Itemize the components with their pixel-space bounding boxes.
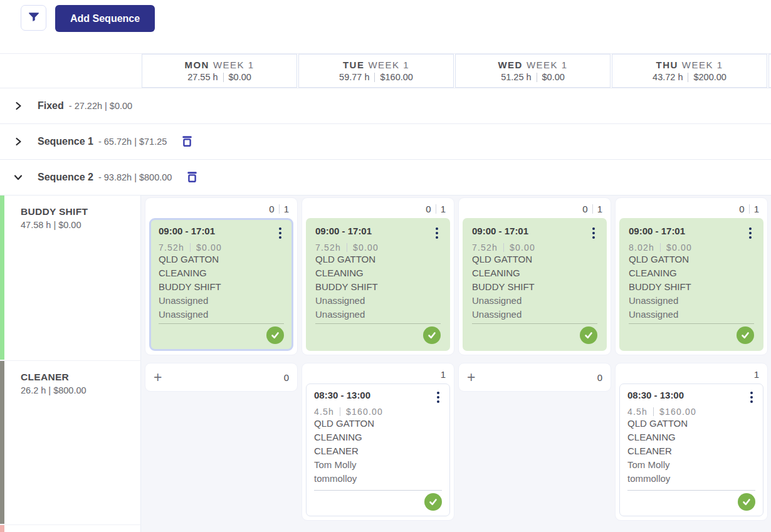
group-metrics: - 93.82h | $800.00 [98,172,172,182]
shift-location-line: CLEANING [314,430,442,444]
shift-assignee: Unassigned [315,294,441,308]
shift-card[interactable]: 08:30 - 13:00 4.5h$160.00 QLD GATTON CLE… [619,383,763,516]
shift-assignee: tommolloy [314,472,442,486]
role-name: CLEANER [21,372,134,383]
shift-assignee: Unassigned [315,308,441,321]
day-hours: 59.77 h [339,72,369,82]
delete-sequence-button[interactable] [181,134,194,150]
chevron-right-icon[interactable] [11,99,25,113]
shift-location-line: BUDDY SHIFT [472,280,597,294]
week-label: WEEK 1 [682,60,723,70]
shift-card[interactable]: 09:00 - 17:01 7.52h$0.00 QLD GATTON CLEA… [463,218,607,351]
day-header-tue: TUEWEEK 1 59.77 h$160.00 [298,54,454,88]
shift-cost: $160.00 [659,407,696,417]
role-row-partial [0,525,771,532]
shift-card[interactable]: 09:00 - 17:01 7.52h$0.00 QLD GATTON CLEA… [306,218,450,351]
day-cost: $0.00 [229,72,251,82]
kebab-menu-icon[interactable] [434,390,442,405]
group-row-fixed[interactable]: Fixed - 27.22h | $0.00 [0,88,771,124]
shift-assignee: Unassigned [159,294,284,308]
cell-count: 0 [597,372,602,383]
kebab-menu-icon[interactable] [748,390,755,405]
cell-count: 1 [441,369,446,380]
shift-assignee: Unassigned [159,308,284,321]
chevron-down-icon[interactable] [11,170,25,184]
cell-count: 0 [582,204,587,214]
role-label: BUDDY SHIFT 47.58 h | $0.00 [0,196,141,361]
filter-funnel-icon [27,10,41,26]
cell-count: 0 [426,204,431,214]
role-row-cleaner: CLEANER 26.2 h | $800.00 + 0 1 08:30 - 1… [0,361,771,525]
role-metrics: 26.2 h | $800.00 [21,385,134,395]
shift-cell-mon: 01 09:00 - 17:01 7.52h$0.00 QLD GATTON C… [145,197,298,355]
filter-button[interactable] [21,5,46,31]
day-hours: 43.72 h [653,72,683,82]
approved-check-icon [424,493,442,511]
shift-time: 09:00 - 17:01 [159,226,215,236]
role-cells: 01 09:00 - 17:01 7.52h$0.00 QLD GATTON C… [141,196,771,361]
shift-location-line: CLEANER [627,444,755,458]
group-metrics: - 65.72h | $71.25 [98,137,167,147]
week-label: WEEK 1 [368,60,409,70]
role-metrics: 47.58 h | $0.00 [21,220,134,230]
shift-hours: 4.5h [314,407,334,417]
day-name: MON [184,60,209,70]
delete-sequence-button[interactable] [186,170,199,185]
chevron-right-icon[interactable] [11,135,25,149]
shift-location-line: BUDDY SHIFT [159,280,284,294]
day-name: TUE [343,60,365,70]
day-cost: $160.00 [380,72,412,82]
shift-cell-tue: 01 09:00 - 17:01 7.52h$0.00 QLD GATTON C… [302,197,454,355]
shift-location-line: BUDDY SHIFT [629,280,754,294]
shift-cell-wed: 01 09:00 - 17:01 7.52h$0.00 QLD GATTON C… [458,197,611,355]
approved-check-icon [580,326,597,344]
shift-assignee: Unassigned [472,308,597,321]
group-metrics: - 27.22h | $0.00 [69,101,132,111]
role-row-buddy-shift: BUDDY SHIFT 47.58 h | $0.00 01 09:00 - 1… [0,196,771,361]
shift-time: 08:30 - 13:00 [627,390,684,400]
group-row-sequence-2[interactable]: Sequence 2 - 93.82h | $800.00 [0,160,771,196]
shift-location-line: CLEANING [472,266,597,280]
cell-count: 0 [739,204,744,214]
day-cost: $200.00 [693,72,726,82]
add-sequence-button[interactable]: Add Sequence [55,5,155,32]
shift-location-line: CLEANING [315,266,441,280]
shift-cost: $160.00 [346,407,383,417]
shift-location-line: QLD GATTON [472,253,597,266]
cell-count: 1 [284,204,289,214]
shift-time: 09:00 - 17:01 [629,226,685,236]
shift-cost: $0.00 [510,243,535,253]
add-shift-icon[interactable]: + [154,371,162,383]
kebab-menu-icon[interactable] [747,226,754,241]
group-name: Sequence 2 [38,172,93,183]
kebab-menu-icon[interactable] [590,226,597,241]
add-shift-icon[interactable]: + [467,371,475,383]
shift-card[interactable]: 09:00 - 17:01 7.52h$0.00 QLD GATTON CLEA… [149,218,293,351]
kebab-menu-icon[interactable] [433,226,441,241]
shift-assignee: Unassigned [629,294,754,308]
shift-location-line: QLD GATTON [315,253,441,266]
trash-icon [181,134,194,150]
role-cells [141,525,771,532]
shift-hours: 7.52h [472,243,498,253]
shift-cost: $0.00 [666,243,692,253]
role-name: BUDDY SHIFT [21,206,134,217]
shift-cell-tue: 1 08:30 - 13:00 4.5h$160.00 QLD GATTON C… [302,363,454,521]
role-color-stripe [0,361,4,524]
cell-count: 1 [754,369,759,380]
shift-time: 09:00 - 17:01 [315,226,372,236]
kebab-menu-icon[interactable] [276,226,284,241]
group-row-sequence-1[interactable]: Sequence 1 - 65.72h | $71.25 [0,124,771,160]
shift-hours: 8.02h [629,243,654,253]
week-label: WEEK 1 [213,60,254,70]
shift-location-line: QLD GATTON [629,253,754,266]
shift-assignee: Tom Molly [314,458,442,472]
shift-assignee: Tom Molly [627,458,755,472]
shift-card[interactable]: 09:00 - 17:01 8.02h$0.00 QLD GATTON CLEA… [619,218,763,351]
day-header-row: MONWEEK 1 27.55 h$0.00 TUEWEEK 1 59.77 h… [0,53,771,88]
shift-card[interactable]: 08:30 - 13:00 4.5h$160.00 QLD GATTON CLE… [306,383,450,516]
day-header-mon: MONWEEK 1 27.55 h$0.00 [142,54,297,88]
shift-assignee: Unassigned [629,308,754,321]
shift-cell-thu: 1 08:30 - 13:00 4.5h$160.00 QLD GATTON C… [615,363,768,521]
day-name: THU [656,60,678,70]
